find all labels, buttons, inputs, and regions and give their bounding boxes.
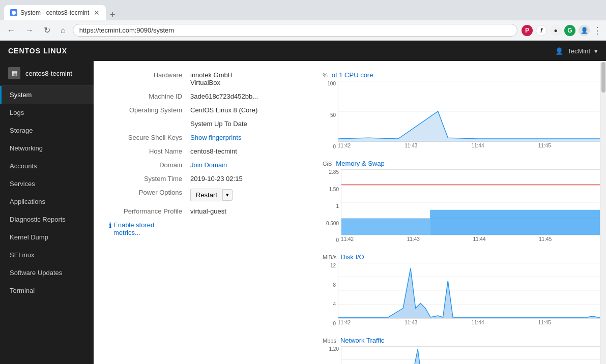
cpu-title: of 1 CPU core [332, 71, 373, 79]
sidebar-item-logs[interactable]: Logs [0, 104, 94, 122]
ssh-row: Secure Shell Keys Show fingerprints [109, 134, 302, 141]
domain-value[interactable]: Join Domain [190, 161, 227, 169]
memory-x-axis: 11:42 11:43 11:44 11:45 11:46 [341, 235, 600, 243]
sidebar-item-kernel-dump[interactable]: Kernel Dump [0, 228, 94, 246]
scrollbar-thumb[interactable] [601, 62, 605, 93]
svg-rect-7 [341, 219, 430, 235]
disk-y-8: 8 [323, 282, 336, 288]
tab-bar: System - centos8-tecmint ✕ + [0, 0, 606, 20]
svg-rect-8 [430, 210, 600, 235]
info-icon: ℹ [109, 221, 111, 229]
sidebar-item-selinux[interactable]: SELinux [0, 246, 94, 264]
disk-y-4: 4 [323, 301, 336, 307]
os-value: CentOS Linux 8 (Core) [190, 106, 257, 114]
perf-profile-row: Performance Profile virtual-guest [109, 207, 302, 215]
browser-window: System - centos8-tecmint ✕ + ← → ↻ ⌂ htt… [0, 0, 606, 41]
net-y-120: 1.20 [323, 346, 339, 352]
system-time-label: System Time [109, 175, 190, 183]
cpu-chart-block: % of 1 CPU core 100 50 0 [323, 71, 600, 149]
active-tab[interactable]: System - centos8-tecmint ✕ [4, 5, 106, 20]
network-chart-block: Mbps Network Traffic 1.20 0.800 0.400 [323, 337, 600, 364]
svg-point-0 [12, 11, 16, 15]
tab-favicon [10, 9, 17, 16]
sidebar-item-applications[interactable]: Applications [0, 193, 94, 210]
hostname-label: Host Name [109, 147, 190, 155]
browser-menu-button[interactable]: ⋮ [593, 25, 602, 36]
hardware-value: innotek GmbH VirtualBox [190, 71, 233, 86]
charts-section: % of 1 CPU core 100 50 0 [323, 71, 600, 364]
home-button[interactable]: ⌂ [57, 24, 69, 37]
sidebar-item-services[interactable]: Services [0, 175, 94, 193]
enable-stored-metrics-link[interactable]: ℹ Enable storedmetrics... [109, 221, 302, 236]
power-dropdown-toggle[interactable]: ▾ [222, 189, 233, 201]
scrollbar[interactable] [600, 61, 606, 364]
profile-button[interactable]: 👤 [579, 25, 590, 36]
ssh-value[interactable]: Show fingerprints [190, 134, 241, 141]
sidebar-item-accounts[interactable]: Accounts [0, 157, 94, 175]
os-label: Operating System [109, 106, 190, 114]
memory-title: Memory & Swap [336, 160, 384, 167]
disk-unit: MiB/s [323, 254, 337, 260]
forward-button[interactable]: → [22, 24, 37, 37]
network-chart [341, 346, 600, 364]
disk-y-0: 0 [323, 321, 336, 326]
domain-row: Domain Join Domain [109, 161, 302, 169]
network-title: Network Traffic [340, 337, 384, 344]
reload-button[interactable]: ↻ [41, 23, 53, 37]
url-text: https://tecmint.com:9090/system [79, 26, 511, 34]
cpu-y-50: 50 [323, 112, 336, 118]
sidebar-item-networking[interactable]: Networking [0, 139, 94, 157]
cpu-y-100: 100 [323, 81, 336, 86]
disk-chart-header: MiB/s Disk I/O [323, 253, 600, 261]
tab-close-button[interactable]: ✕ [94, 9, 100, 17]
app-header: CENTOS LINUX 👤 TecMint ▾ [0, 41, 606, 61]
power-options-label: Power Options [109, 189, 190, 196]
mem-y-150: 1.50 [323, 187, 339, 192]
machine-id-row: Machine ID 3ade618c723d452bb... [109, 93, 302, 100]
navigation-bar: ← → ↻ ⌂ https://tecmint.com:9090/system … [0, 20, 606, 41]
sidebar: ▦ centos8-tecmint System Logs Storage Ne… [0, 61, 94, 364]
metrics-link-text: Enable storedmetrics... [113, 221, 154, 236]
mem-y-285: 2.85 [323, 169, 339, 175]
os-row: Operating System CentOS Linux 8 (Core) [109, 106, 302, 114]
perf-profile-value: virtual-guest [190, 207, 226, 215]
tab-title: System - centos8-tecmint [20, 9, 91, 16]
app-title: CENTOS LINUX [8, 47, 67, 55]
mem-y-0: 0 [323, 237, 339, 243]
info-table: Hardware innotek GmbH VirtualBox Machine… [109, 71, 302, 364]
new-tab-button[interactable]: + [106, 10, 120, 20]
sidebar-item-terminal[interactable]: Terminal [0, 282, 94, 299]
system-time-row: System Time 2019-10-23 02:15 [109, 175, 302, 183]
disk-x-axis: 11:42 11:43 11:44 11:45 11:46 [338, 319, 600, 326]
hostname-row: Host Name centos8-tecmint [109, 147, 302, 155]
address-bar[interactable]: https://tecmint.com:9090/system [73, 24, 517, 37]
hardware-product: VirtualBox [190, 79, 233, 86]
hardware-row: Hardware innotek GmbH VirtualBox [109, 71, 302, 86]
f-extension[interactable]: f [536, 25, 547, 36]
hostname-value: centos8-tecmint [190, 147, 237, 155]
sidebar-item-software-updates[interactable]: Software Updates [0, 264, 94, 282]
browser-extensions: P f ● G 👤 ⋮ [522, 25, 602, 36]
pocket-extension[interactable]: P [522, 25, 533, 36]
sidebar-item-diagnostic-reports[interactable]: Diagnostic Reports [0, 210, 94, 228]
uptodate-value: System Up To Date [190, 120, 247, 128]
server-item[interactable]: ▦ centos8-tecmint [0, 61, 94, 86]
cpu-y-0: 0 [323, 144, 336, 149]
sidebar-item-system[interactable]: System [0, 86, 94, 104]
sidebar-item-storage[interactable]: Storage [0, 122, 94, 139]
restart-button[interactable]: Restart [190, 189, 222, 201]
content-area: Hardware innotek GmbH VirtualBox Machine… [94, 61, 600, 364]
disk-y-12: 12 [323, 263, 336, 268]
disk-chart-block: MiB/s Disk I/O 12 8 4 0 [323, 253, 600, 326]
memory-chart-block: GiB Memory & Swap 2.85 1.50 1 0.500 0 [323, 160, 600, 243]
grammarly-extension[interactable]: G [564, 25, 575, 36]
cpu-chart [338, 81, 600, 142]
show-fingerprints-link[interactable]: Show fingerprints [190, 134, 241, 141]
back-button[interactable]: ← [4, 24, 18, 37]
circle-extension[interactable]: ● [550, 25, 561, 36]
domain-label: Domain [109, 161, 190, 169]
join-domain-link[interactable]: Join Domain [190, 161, 227, 169]
cpu-unit: % [323, 72, 328, 78]
cpu-x-axis: 11:42 11:43 11:44 11:45 11:46 [338, 142, 600, 149]
user-menu[interactable]: 👤 TecMint ▾ [555, 47, 598, 55]
